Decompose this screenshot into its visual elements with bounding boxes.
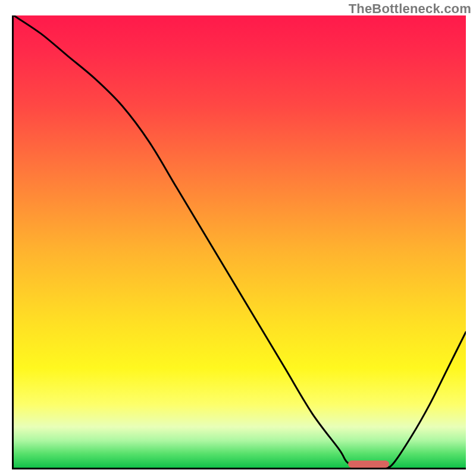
optimal-range-marker xyxy=(348,461,389,468)
chart-canvas: TheBottleneck.com xyxy=(0,0,476,476)
plot-area xyxy=(12,15,466,469)
bottleneck-curve xyxy=(14,15,466,468)
watermark-text: TheBottleneck.com xyxy=(349,1,471,17)
